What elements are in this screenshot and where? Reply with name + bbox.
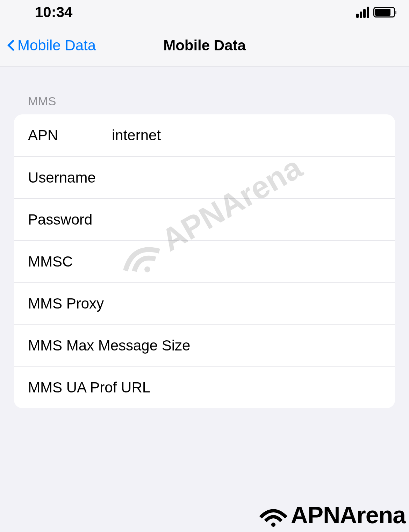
- input-password[interactable]: [112, 201, 395, 239]
- row-mms-ua-prof[interactable]: MMS UA Prof URL: [14, 366, 395, 408]
- input-mms-max-size[interactable]: [203, 327, 395, 364]
- status-time: 10:34: [35, 4, 72, 21]
- label-mms-max-size: MMS Max Message Size: [28, 337, 203, 354]
- settings-group-mms: APN Username Password MMSC MMS Proxy MMS…: [14, 114, 395, 408]
- input-apn[interactable]: [112, 116, 395, 154]
- watermark-text: APNArena: [291, 501, 406, 529]
- input-mmsc[interactable]: [203, 243, 395, 281]
- label-mms-proxy: MMS Proxy: [28, 295, 203, 312]
- label-username: Username: [28, 169, 112, 186]
- wifi-icon: [258, 503, 289, 527]
- input-username[interactable]: [112, 159, 395, 197]
- nav-bar: Mobile Data Mobile Data: [0, 24, 409, 66]
- back-button[interactable]: Mobile Data: [7, 37, 96, 54]
- back-label: Mobile Data: [17, 37, 96, 54]
- label-mms-ua-prof: MMS UA Prof URL: [28, 379, 203, 396]
- input-mms-proxy[interactable]: [203, 285, 395, 322]
- row-mms-max-size[interactable]: MMS Max Message Size: [14, 324, 395, 366]
- battery-icon: [373, 7, 395, 17]
- content: MMS APN Username Password MMSC MMS Proxy…: [0, 66, 409, 408]
- chevron-left-icon: [7, 38, 15, 52]
- status-bar: 10:34: [0, 0, 409, 24]
- row-username[interactable]: Username: [14, 156, 395, 198]
- label-password: Password: [28, 211, 112, 228]
- row-password[interactable]: Password: [14, 198, 395, 240]
- label-mmsc: MMSC: [28, 253, 203, 270]
- watermark-bottom: APNArena: [258, 501, 406, 529]
- status-icons: [356, 7, 395, 18]
- input-mms-ua-prof[interactable]: [203, 369, 395, 406]
- row-mmsc[interactable]: MMSC: [14, 240, 395, 282]
- page-title: Mobile Data: [163, 37, 246, 54]
- row-apn[interactable]: APN: [14, 114, 395, 156]
- signal-icon: [356, 7, 369, 18]
- section-header-mms: MMS: [14, 94, 395, 114]
- row-mms-proxy[interactable]: MMS Proxy: [14, 282, 395, 324]
- label-apn: APN: [28, 127, 112, 144]
- svg-point-1: [271, 523, 275, 527]
